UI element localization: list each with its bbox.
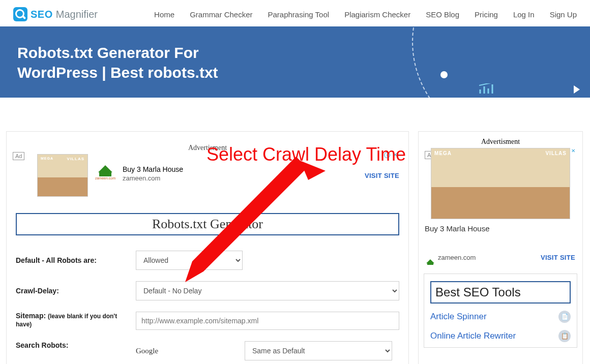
- nav-home[interactable]: Home: [154, 10, 174, 19]
- tool-title-box: Robots.txt Generator: [16, 213, 399, 235]
- crawl-delay-select[interactable]: Default - No Delay: [136, 281, 399, 300]
- crawl-delay-label: Crawl-Delay:: [16, 287, 127, 295]
- default-robots-label: Default - All Robots are:: [16, 256, 127, 264]
- robot-google-select[interactable]: Same as Default: [245, 341, 392, 360]
- logo[interactable]: SEOMagnifier: [13, 7, 98, 21]
- hero-dot-icon: [440, 71, 448, 78]
- ad-title: Buy 3 Marla House: [123, 165, 359, 173]
- sidebar-visit-site-button[interactable]: VISIT SITE: [541, 254, 575, 261]
- logo-icon: [13, 7, 27, 21]
- hero-chart-icon: [479, 83, 494, 95]
- tool-list-item: Article Spinner 📄: [430, 311, 571, 323]
- ad-close-icon[interactable]: ✕: [570, 148, 576, 154]
- ad-badge: Ad: [13, 152, 24, 160]
- sidebar-ad-heading: Advertisment: [424, 138, 577, 146]
- sitemap-input[interactable]: [136, 312, 399, 330]
- document-icon: 📄: [558, 311, 571, 323]
- sitemap-label: Sitemap: (leave blank if you don't have): [16, 312, 127, 328]
- sidebar-ad[interactable]: i ✕ Ad MEGAVILLAS Buy 3 Marla House zame…: [424, 148, 577, 266]
- tool-link-article-spinner[interactable]: Article Spinner: [430, 312, 487, 322]
- hero-play-icon: [574, 85, 580, 94]
- robot-row: Google Same as Default: [136, 341, 399, 360]
- robot-name: Google: [136, 347, 238, 355]
- nav-plagiarism-checker[interactable]: Plagiarism Checker: [344, 10, 410, 19]
- annotation-text: Select Crawl Delay Time: [206, 144, 406, 165]
- top-nav: SEOMagnifier Home Grammar Checker Paraph…: [0, 0, 590, 26]
- ad-image: MEGAVILLAS: [37, 154, 88, 197]
- tool-list-item: Online Article Rewriter 📋: [430, 330, 571, 342]
- ad-source: zameen.com: [123, 174, 359, 182]
- sidebar-ad-title: Buy 3 Marla House: [425, 224, 577, 233]
- clipboard-icon: 📋: [558, 330, 571, 342]
- zameen-logo-icon: zameen.com: [94, 165, 116, 183]
- nav-pricing[interactable]: Pricing: [475, 10, 498, 19]
- ad-visit-site-button[interactable]: VISIT SITE: [365, 172, 399, 179]
- nav-signup[interactable]: Sign Up: [550, 10, 577, 19]
- nav-links: Home Grammar Checker Paraphrasing Tool P…: [154, 10, 577, 19]
- default-robots-select[interactable]: Allowed: [136, 251, 243, 270]
- page-title: Robots.txt Generator For WordPress | Bes…: [17, 43, 282, 82]
- sidebar-ad-source: zameen.com: [438, 254, 476, 261]
- nav-seo-blog[interactable]: SEO Blog: [426, 10, 459, 19]
- best-seo-tools-card: Best SEO Tools Article Spinner 📄 Online …: [424, 274, 577, 348]
- main-panel: Advertisment Ad i ✕ MEGAVILLAS zameen.co…: [6, 131, 409, 364]
- best-seo-tools-heading: Best SEO Tools: [430, 281, 571, 304]
- tool-link-article-rewriter[interactable]: Online Article Rewriter: [430, 331, 516, 341]
- logo-text-2: Magnifier: [56, 9, 98, 20]
- nav-paraphrasing-tool[interactable]: Paraphrasing Tool: [268, 10, 329, 19]
- tool-title: Robots.txt Generator: [152, 217, 263, 232]
- nav-grammar-checker[interactable]: Grammar Checker: [190, 10, 252, 19]
- nav-login[interactable]: Log In: [513, 10, 535, 19]
- sidebar: Advertisment i ✕ Ad MEGAVILLAS Buy 3 Mar…: [418, 131, 583, 364]
- zameen-logo-icon: [426, 259, 435, 266]
- sidebar-ad-image: MEGAVILLAS: [431, 148, 570, 219]
- hero-banner: Robots.txt Generator For WordPress | Bes…: [0, 26, 590, 98]
- search-robots-label: Search Robots:: [16, 341, 127, 349]
- hero-circle-decoration: [412, 26, 590, 98]
- logo-text-1: SEO: [31, 9, 53, 20]
